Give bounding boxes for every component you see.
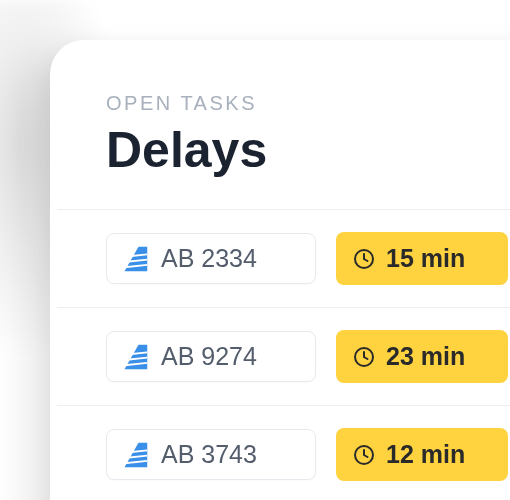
airplane-tail-icon [121, 245, 149, 273]
clock-icon [352, 345, 376, 369]
flight-chip[interactable]: AB 9274 [106, 331, 316, 382]
task-row[interactable]: AB 9274 23 min [106, 308, 510, 405]
section-label: OPEN TASKS [106, 92, 510, 115]
delay-value: 12 min [386, 440, 465, 469]
airplane-tail-icon [121, 343, 149, 371]
flight-code: AB 9274 [161, 342, 257, 371]
delays-card: OPEN TASKS Delays AB 2334 15 min [50, 40, 510, 500]
flight-chip[interactable]: AB 2334 [106, 233, 316, 284]
delay-chip[interactable]: 23 min [336, 330, 508, 383]
airplane-tail-icon [121, 441, 149, 469]
delay-chip[interactable]: 12 min [336, 428, 508, 481]
page-title: Delays [106, 121, 510, 179]
delay-chip[interactable]: 15 min [336, 232, 508, 285]
flight-chip[interactable]: AB 3743 [106, 429, 316, 480]
task-row[interactable]: AB 3743 12 min [106, 406, 510, 500]
flight-code: AB 3743 [161, 440, 257, 469]
clock-icon [352, 443, 376, 467]
flight-code: AB 2334 [161, 244, 257, 273]
delay-value: 15 min [386, 244, 465, 273]
task-row[interactable]: AB 2334 15 min [106, 210, 510, 307]
clock-icon [352, 247, 376, 271]
delay-value: 23 min [386, 342, 465, 371]
